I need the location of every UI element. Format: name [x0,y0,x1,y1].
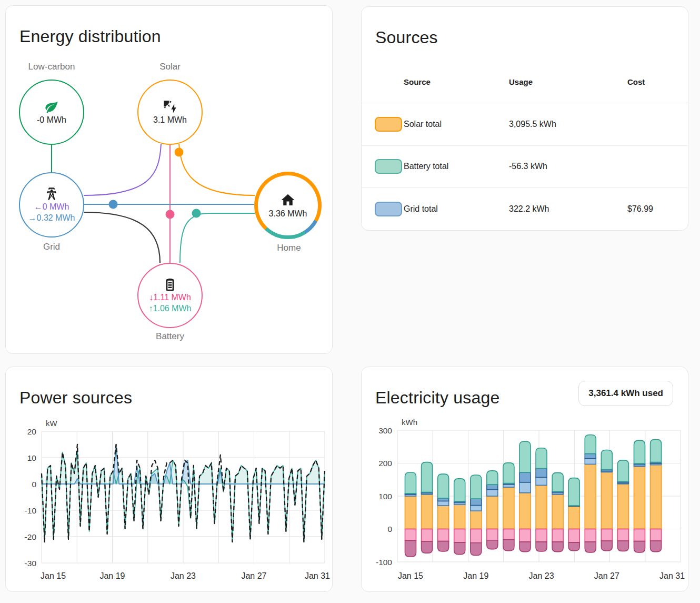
home-icon [280,192,296,208]
flow-dot-solar [175,148,184,157]
column-header-cost: Cost [616,77,688,86]
node-solar-value: 3.1 MWh [153,115,187,125]
flow-dot-grid [109,200,118,209]
svg-text:Jan 31: Jan 31 [659,571,685,580]
node-home-value: 3.36 MWh [269,209,307,219]
svg-text:Jan 31: Jan 31 [305,571,330,580]
table-row-battery-total: Battery total -56.3 kWh [362,145,688,188]
flow-solar-to-home [179,144,255,195]
power-sources-card: Power sources kW 20100-10-20-30Jan 15Jan… [5,367,333,592]
svg-text:Jan 15: Jan 15 [398,571,423,580]
svg-text:Jan 27: Jan 27 [594,571,619,580]
source-usage: 322.2 kWh [509,204,616,214]
svg-text:200: 200 [378,459,392,468]
svg-text:0: 0 [32,480,36,489]
svg-text:0: 0 [387,525,392,533]
source-name: Solar total [404,120,509,129]
battery-icon [163,277,177,292]
node-low-carbon-label: Low-carbon [19,62,84,72]
svg-text:Jan 23: Jan 23 [171,571,196,580]
power-sources-chart[interactable]: 20100-10-20-30Jan 15Jan 19Jan 23Jan 27Ja… [6,367,333,592]
svg-text:20: 20 [27,427,37,436]
flow-dot-battery-in [166,210,175,219]
solar-color-swatch [375,117,402,132]
source-usage: 3,095.5 kWh [509,120,616,129]
svg-text:-20: -20 [25,532,37,541]
column-header-source: Source [404,77,509,86]
node-battery[interactable]: ↓1.11 MWh ↑1.06 MWh [137,263,203,328]
svg-text:10: 10 [27,453,37,462]
svg-text:-10: -10 [25,506,37,515]
node-home[interactable]: 3.36 MWh [254,172,322,239]
flow-grid-to-battery [84,212,160,263]
sources-title: Sources [375,28,438,47]
sources-card: Sources Source Usage Cost Solar total 3,… [361,6,688,231]
source-name: Battery total [404,162,509,171]
node-grid[interactable]: ←0 MWh →0.32 MWh [19,172,84,238]
svg-text:Jan 27: Jan 27 [241,571,266,580]
node-battery-out-value: ↑1.06 MWh [149,303,192,314]
sources-table: Source Usage Cost Solar total 3,095.5 kW… [362,62,688,230]
source-usage: -56.3 kWh [509,162,616,171]
svg-text:-100: -100 [376,558,392,567]
svg-text:Jan 15: Jan 15 [41,571,66,580]
flow-battery-to-home [180,213,255,263]
node-battery-label: Battery [137,331,203,342]
svg-text:Jan 19: Jan 19 [463,571,488,580]
svg-text:-30: -30 [25,559,37,568]
node-solar-label: Solar [137,62,203,72]
electricity-usage-card: Electricity usage 3,361.4 kWh used kWh 3… [361,367,688,592]
node-grid-return-value: ←0 MWh [34,202,69,212]
energy-distribution-card: Energy distribution Low-carbon Solar Gri… [5,5,333,354]
transmission-tower-icon [44,186,59,201]
flow-solar-to-grid [84,144,161,195]
node-grid-label: Grid [19,242,84,252]
svg-text:Jan 23: Jan 23 [529,571,554,580]
svg-text:300: 300 [378,426,392,435]
electricity-usage-chart[interactable]: 3002001000-100Jan 15Jan 19Jan 23Jan 27Ja… [362,367,689,592]
node-home-label: Home [255,243,323,253]
flow-dot-battery-out [192,209,201,218]
table-row-solar-total: Solar total 3,095.5 kWh [362,103,688,145]
node-battery-in-value: ↓1.11 MWh [149,292,191,303]
grid-color-swatch [375,202,402,216]
source-name: Grid total [404,204,509,214]
node-low-carbon-value: -0 MWh [37,115,66,125]
source-cost: $76.99 [616,204,688,214]
node-solar[interactable]: 3.1 MWh [137,80,203,145]
solar-power-icon [163,100,177,114]
column-header-usage: Usage [509,77,616,86]
leaf-icon [44,100,59,114]
svg-text:100: 100 [378,492,392,501]
svg-text:Jan 19: Jan 19 [99,571,125,580]
node-grid-consume-value: →0.32 MWh [28,213,75,223]
node-home-inner: 3.36 MWh [258,175,318,235]
battery-color-swatch [375,159,402,174]
node-low-carbon[interactable]: -0 MWh [19,80,84,145]
table-row-grid-total: Grid total 322.2 kWh $76.99 [362,187,688,230]
sources-header-row: Source Usage Cost [362,62,688,103]
